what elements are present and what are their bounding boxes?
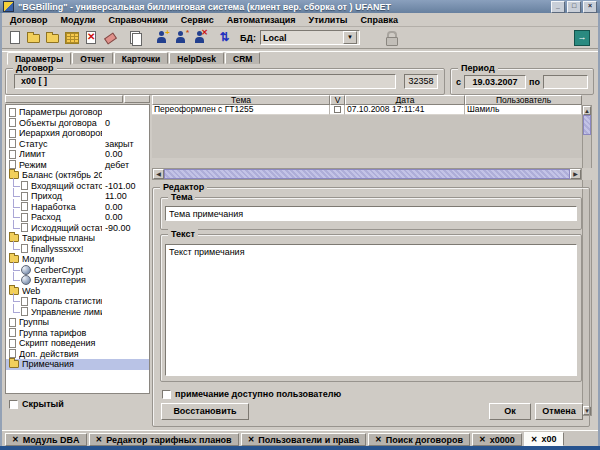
tree-item[interactable]: Расход0.00 xyxy=(6,212,149,223)
menu-bar: Договор Модули Справочники Сервис Автома… xyxy=(2,13,598,27)
table-icon[interactable] xyxy=(64,30,79,45)
tab-parametry[interactable]: Параметры xyxy=(7,52,71,65)
tree-item[interactable]: Модули xyxy=(6,254,149,265)
taskbar-tab-x0000[interactable]: ✕x0000 xyxy=(472,433,522,446)
add-user-icon[interactable]: + xyxy=(154,30,169,45)
chevron-down-icon[interactable]: ▼ xyxy=(343,31,357,44)
menu-utility[interactable]: Утилиты xyxy=(309,15,348,25)
tab-kartochki[interactable]: Карточки xyxy=(114,52,169,64)
new-document-icon[interactable] xyxy=(7,30,22,45)
column-header-date[interactable]: Дата xyxy=(345,95,465,105)
taskbar-tab-tariff-editor[interactable]: ✕Редактор тарифных планов xyxy=(89,433,239,446)
tree-item[interactable]: finallysssxxx! xyxy=(6,244,149,255)
close-icon[interactable]: ✕ xyxy=(375,435,382,444)
close-icon[interactable]: ✕ xyxy=(531,435,538,444)
horizontal-scroll-thumb[interactable] xyxy=(164,169,570,179)
tree-item[interactable]: Приход11.00 xyxy=(6,191,149,202)
minimize-button[interactable]: _ xyxy=(551,1,565,13)
period-from-field[interactable]: 19.03.2007 xyxy=(464,75,526,89)
taskbar-tab-contract-search[interactable]: ✕Поиск договоров xyxy=(368,433,470,446)
cell-checkbox[interactable] xyxy=(330,105,345,115)
period-to-field[interactable] xyxy=(543,75,588,89)
delete-user-icon[interactable]: ✕ xyxy=(192,30,207,45)
close-icon[interactable]: ✕ xyxy=(248,435,255,444)
menu-spravochniki[interactable]: Справочники xyxy=(108,15,167,25)
column-header-theme[interactable]: Тема xyxy=(152,95,330,105)
open-contract-folder-icon[interactable] xyxy=(26,30,41,45)
open-folder-icon[interactable] xyxy=(45,30,60,45)
tree-item[interactable]: Иерархия договоров xyxy=(6,128,149,139)
tree-item[interactable]: Исходящий остаток-90.00 xyxy=(6,223,149,234)
exit-icon[interactable]: → xyxy=(574,30,590,46)
close-icon[interactable]: ✕ xyxy=(96,435,103,444)
find-user-icon[interactable]: * xyxy=(173,30,188,45)
menu-avtomatizaciya[interactable]: Автоматизация xyxy=(227,15,296,25)
copy-document-icon[interactable] xyxy=(127,30,142,45)
db-select[interactable]: Local ▼ xyxy=(260,30,360,45)
tree-item[interactable]: Пароль статистики xyxy=(6,296,149,307)
row-checkbox[interactable] xyxy=(334,106,341,113)
table-row[interactable]: Переоформлен с ГТ1255 07.10.2008 17:11:4… xyxy=(152,105,592,115)
tree-item[interactable]: Web xyxy=(6,286,149,297)
tree-item[interactable]: Скрипт поведения xyxy=(6,338,149,349)
tab-helpdesk[interactable]: HelpDesk xyxy=(169,52,224,64)
tree-item[interactable]: Входящий остаток-101.00 xyxy=(6,181,149,192)
hidden-checkbox[interactable] xyxy=(9,400,18,409)
editor-group: Редактор Тема Текст Текст примечания при… xyxy=(152,187,590,427)
menu-moduli[interactable]: Модули xyxy=(61,15,96,25)
tree-item[interactable]: CerberCrypt xyxy=(6,265,149,276)
document-icon xyxy=(9,129,16,138)
tree-item[interactable]: Группы xyxy=(6,317,149,328)
open-windows-taskbar: ✕Модуль DBA ✕Редактор тарифных планов ✕П… xyxy=(2,430,598,446)
tree-item[interactable]: Доп. действия xyxy=(6,349,149,360)
taskbar-tab-module-dba[interactable]: ✕Модуль DBA xyxy=(5,433,87,446)
menu-dogovor[interactable]: Договор xyxy=(10,15,48,25)
tree-item[interactable]: Тарифные планы xyxy=(6,233,149,244)
close-button[interactable]: × xyxy=(583,1,597,13)
folder-icon xyxy=(9,360,19,368)
tree-header-value-column[interactable] xyxy=(124,95,150,103)
horizontal-scrollbar[interactable]: ◀ ▶ xyxy=(152,168,582,180)
contract-field[interactable]: x00 [ ] xyxy=(14,74,396,89)
tree-item[interactable]: Объекты договора0 xyxy=(6,118,149,129)
ok-button[interactable]: Ок xyxy=(489,403,531,420)
taskbar-tab-x00[interactable]: ✕x00 xyxy=(524,432,564,446)
refresh-icon[interactable]: ⇅ xyxy=(217,30,232,45)
cancel-button[interactable]: Отмена xyxy=(535,403,583,420)
scroll-left-icon[interactable]: ◀ xyxy=(153,169,164,179)
delete-document-icon[interactable]: ✕ xyxy=(83,30,98,45)
note-visible-checkbox[interactable] xyxy=(162,390,171,399)
tab-otchet[interactable]: Отчет xyxy=(72,52,113,64)
menu-spravka[interactable]: Справка xyxy=(360,15,397,25)
tree-item[interactable]: Управление лимитом xyxy=(6,307,149,318)
tree-item-selected[interactable]: Примечания xyxy=(6,359,149,370)
taskbar-tab-users-rights[interactable]: ✕Пользователи и права xyxy=(241,433,366,446)
close-icon[interactable]: ✕ xyxy=(12,435,19,444)
tree-item[interactable]: Группа тарифов xyxy=(6,328,149,339)
tree-item[interactable]: Бухгалтерия xyxy=(6,275,149,286)
tree-item[interactable]: Лимит0.00 xyxy=(6,149,149,160)
menu-servis[interactable]: Сервис xyxy=(181,15,214,25)
tree-item[interactable]: Параметры договора xyxy=(6,107,149,118)
tree-item[interactable]: Режимдебет xyxy=(6,160,149,171)
column-header-v[interactable]: V xyxy=(330,95,345,105)
tree-item[interactable]: Статусзакрыт xyxy=(6,139,149,150)
tree-header-name-column[interactable] xyxy=(5,95,123,103)
document-icon xyxy=(9,150,16,159)
vertical-scroll-thumb[interactable] xyxy=(583,115,591,135)
scroll-up-icon[interactable]: ▲ xyxy=(583,106,591,115)
close-icon[interactable]: ✕ xyxy=(479,435,486,444)
column-header-user[interactable]: Пользователь xyxy=(465,95,582,105)
restore-button[interactable]: Восстановить xyxy=(161,403,249,420)
tab-crm[interactable]: CRM xyxy=(225,52,260,64)
theme-input[interactable] xyxy=(165,206,577,221)
title-bar: "BGBilling" - универсальная биллинговая … xyxy=(0,0,600,13)
maximize-button[interactable]: □ xyxy=(567,1,581,13)
hidden-checkbox-row: Скрытый xyxy=(9,399,64,409)
tree-item[interactable]: Наработка0.00 xyxy=(6,202,149,213)
tree-item[interactable]: Баланс (октябрь 2008) xyxy=(6,170,149,181)
theme-group: Тема xyxy=(160,197,582,230)
text-area[interactable]: Текст примечания xyxy=(165,244,577,376)
scroll-right-icon[interactable]: ▶ xyxy=(570,169,581,179)
eraser-icon[interactable] xyxy=(102,30,117,45)
